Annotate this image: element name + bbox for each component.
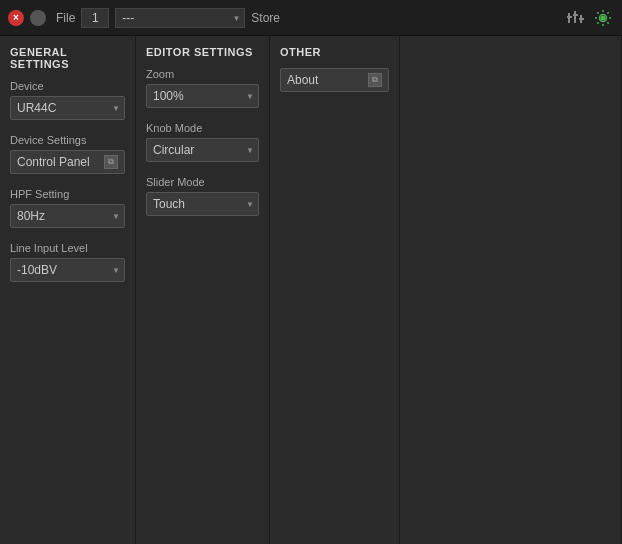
svg-rect-3	[567, 16, 572, 18]
about-box[interactable]: About ⧉	[280, 68, 389, 92]
hpf-dropdown-wrap: 80Hz 100Hz 120Hz	[10, 204, 125, 228]
slider-mode-dropdown[interactable]: Touch Drag	[146, 192, 259, 216]
hpf-label: HPF Setting	[10, 188, 125, 200]
zoom-dropdown-wrap: 75% 100% 125% 150%	[146, 84, 259, 108]
mixer-icon[interactable]	[564, 7, 586, 29]
line-input-field-group: Line Input Level -10dBV +4dBu	[10, 242, 125, 282]
other-header: OTHER	[280, 46, 389, 58]
device-settings-value: Control Panel	[17, 155, 90, 169]
zoom-field-group: Zoom 75% 100% 125% 150%	[146, 68, 259, 108]
minimize-button[interactable]	[30, 10, 46, 26]
main-content: GENERAL SETTINGS Device UR44C Device Set…	[0, 36, 622, 544]
device-settings-box[interactable]: Control Panel ⧉	[10, 150, 125, 174]
about-field-group: About ⧉	[280, 68, 389, 92]
svg-rect-4	[573, 14, 578, 16]
device-settings-label: Device Settings	[10, 134, 125, 146]
device-dropdown-wrap: UR44C	[10, 96, 125, 120]
svg-rect-1	[574, 11, 576, 23]
knob-mode-dropdown-wrap: Circular Linear	[146, 138, 259, 162]
zoom-dropdown[interactable]: 75% 100% 125% 150%	[146, 84, 259, 108]
device-settings-field-group: Device Settings Control Panel ⧉	[10, 134, 125, 174]
file-dropdown[interactable]: ---	[115, 8, 245, 28]
knob-mode-dropdown[interactable]: Circular Linear	[146, 138, 259, 162]
close-icon: ×	[13, 12, 19, 23]
about-label: About	[287, 73, 318, 87]
hpf-dropdown[interactable]: 80Hz 100Hz 120Hz	[10, 204, 125, 228]
knob-mode-label: Knob Mode	[146, 122, 259, 134]
device-field-group: Device UR44C	[10, 80, 125, 120]
about-icon: ⧉	[368, 73, 382, 87]
general-settings-column: GENERAL SETTINGS Device UR44C Device Set…	[0, 36, 136, 544]
close-button[interactable]: ×	[8, 10, 24, 26]
line-input-dropdown[interactable]: -10dBV +4dBu	[10, 258, 125, 282]
line-input-dropdown-wrap: -10dBV +4dBu	[10, 258, 125, 282]
store-label: Store	[251, 11, 280, 25]
device-dropdown[interactable]: UR44C	[10, 96, 125, 120]
editor-settings-header: EDITOR SETTINGS	[146, 46, 259, 58]
device-settings-icon: ⧉	[104, 155, 118, 169]
device-label: Device	[10, 80, 125, 92]
top-bar: × File 1 --- Store	[0, 0, 622, 36]
hpf-field-group: HPF Setting 80Hz 100Hz 120Hz	[10, 188, 125, 228]
zoom-label: Zoom	[146, 68, 259, 80]
general-settings-header: GENERAL SETTINGS	[10, 46, 125, 70]
file-number: 1	[81, 8, 109, 28]
other-column: OTHER About ⧉	[270, 36, 400, 544]
slider-mode-field-group: Slider Mode Touch Drag	[146, 176, 259, 216]
slider-mode-label: Slider Mode	[146, 176, 259, 188]
settings-icon[interactable]	[592, 7, 614, 29]
line-input-label: Line Input Level	[10, 242, 125, 254]
empty-column	[400, 36, 622, 544]
svg-rect-5	[579, 18, 584, 20]
editor-settings-column: EDITOR SETTINGS Zoom 75% 100% 125% 150% …	[136, 36, 270, 544]
file-dropdown-wrap: ---	[115, 8, 245, 28]
knob-mode-field-group: Knob Mode Circular Linear	[146, 122, 259, 162]
file-label: File	[56, 11, 75, 25]
svg-point-6	[601, 15, 606, 20]
slider-mode-dropdown-wrap: Touch Drag	[146, 192, 259, 216]
